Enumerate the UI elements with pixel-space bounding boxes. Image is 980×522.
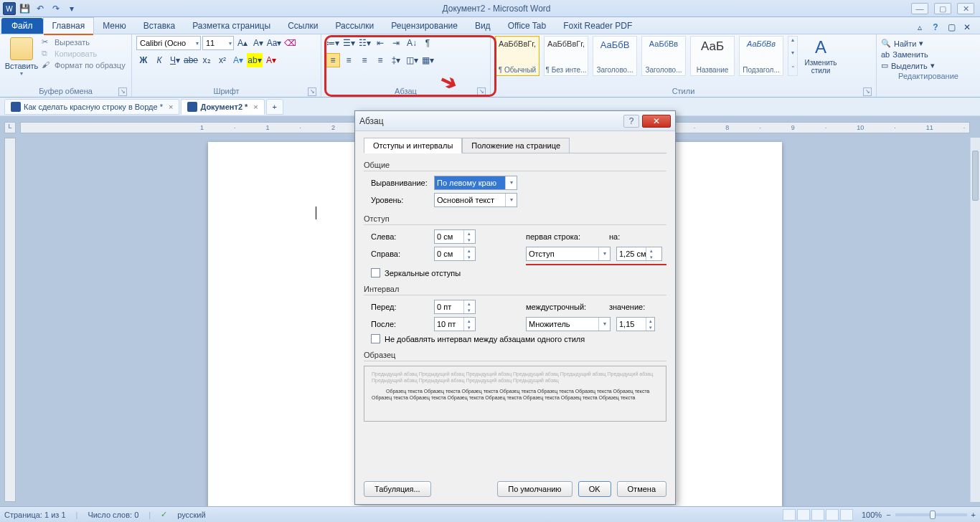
style-subtitle[interactable]: АаБбВвПодзагол... xyxy=(739,36,783,76)
tab-layout[interactable]: Разметка страницы xyxy=(184,18,279,34)
view-draft-icon[interactable] xyxy=(840,509,853,521)
line-spacing-icon[interactable]: ‡▾ xyxy=(389,53,403,67)
scrollbar-thumb[interactable] xyxy=(972,151,979,201)
shading-icon[interactable]: ◫▾ xyxy=(405,53,419,67)
firstline-value-spinner[interactable]: ▴▾ xyxy=(616,247,662,261)
multilevel-icon[interactable]: ☷▾ xyxy=(357,36,372,50)
tab-references[interactable]: Ссылки xyxy=(279,18,326,34)
dlg-tab-position[interactable]: Положение на странице xyxy=(462,138,570,153)
italic-icon[interactable]: К xyxy=(152,53,166,67)
style-nospacing[interactable]: АаБбВвГг,¶ Без инте... xyxy=(544,36,588,76)
status-zoom[interactable]: 100% xyxy=(862,511,882,519)
before-spinner[interactable]: ▴▾ xyxy=(434,300,476,314)
styles-expand-icon[interactable]: ⌄ xyxy=(788,62,797,75)
styles-launcher-icon[interactable]: ↘ xyxy=(863,87,872,96)
status-lang[interactable]: русский xyxy=(177,511,205,519)
right-spinner[interactable]: ▴▾ xyxy=(434,247,476,261)
sort-icon[interactable]: A↓ xyxy=(405,36,419,50)
text-effects-icon[interactable]: A▾ xyxy=(231,53,245,67)
view-web-icon[interactable] xyxy=(811,509,824,521)
status-words[interactable]: Число слов: 0 xyxy=(88,511,138,519)
qat-dropdown-icon[interactable]: ▾ xyxy=(65,2,79,15)
replace-button[interactable]: abЗаменить xyxy=(881,50,976,59)
change-case-icon[interactable]: Aa▾ xyxy=(267,36,281,50)
new-tab-button[interactable]: + xyxy=(266,99,283,115)
align-center-icon[interactable]: ≡ xyxy=(341,53,356,67)
vertical-scrollbar[interactable] xyxy=(970,138,980,502)
undo-icon[interactable]: ↶ xyxy=(33,2,47,15)
tab-foxit[interactable]: Foxit Reader PDF xyxy=(555,18,641,34)
font-size-combo[interactable]: 11▾ xyxy=(202,36,234,50)
highlight-icon[interactable]: ab▾ xyxy=(247,53,263,67)
mirror-checkbox[interactable] xyxy=(371,268,380,277)
style-heading1[interactable]: АаБбВЗаголово... xyxy=(593,36,637,76)
show-marks-icon[interactable]: ¶ xyxy=(420,36,435,50)
file-tab[interactable]: Файл xyxy=(1,18,43,34)
clipboard-launcher-icon[interactable]: ↘ xyxy=(118,87,127,96)
redo-icon[interactable]: ↷ xyxy=(49,2,63,15)
style-heading2[interactable]: АаБбВвЗаголово... xyxy=(641,36,686,76)
close-doc-icon[interactable]: ✕ xyxy=(961,22,973,34)
paste-button[interactable]: Вставить ▾ xyxy=(4,36,39,77)
doctab-0[interactable]: Как сделать красную строку в Ворде *× xyxy=(4,99,179,115)
format-painter-button[interactable]: 🖌Формат по образцу xyxy=(42,60,126,70)
tab-menu[interactable]: Меню xyxy=(94,18,134,34)
spellcheck-icon[interactable]: ✓ xyxy=(161,510,167,519)
minimize-ribbon-icon[interactable]: ▵ xyxy=(914,22,925,34)
select-button[interactable]: ▭Выделить ▾ xyxy=(881,61,976,70)
styles-scroll-down-icon[interactable]: ▾ xyxy=(788,49,797,62)
tab-home[interactable]: Главная xyxy=(43,17,95,34)
change-styles-button[interactable]: A Изменить стили xyxy=(801,36,841,75)
dialog-titlebar[interactable]: Абзац ? ✕ xyxy=(355,111,675,131)
font-color-icon[interactable]: A▾ xyxy=(264,53,278,67)
style-normal[interactable]: АаБбВвГг,¶ Обычный xyxy=(495,36,540,76)
doctab-1[interactable]: Документ2 *× xyxy=(181,99,264,115)
minimize-icon[interactable]: — xyxy=(911,3,928,14)
close-icon[interactable]: ✕ xyxy=(957,3,974,14)
cancel-button[interactable]: Отмена xyxy=(617,481,666,497)
close-tab-icon[interactable]: × xyxy=(253,103,258,111)
cut-button[interactable]: ✂Вырезать xyxy=(42,37,126,47)
save-icon[interactable]: 💾 xyxy=(17,2,32,15)
strike-icon[interactable]: abe xyxy=(184,53,198,67)
tab-insert[interactable]: Вставка xyxy=(135,18,184,34)
increase-indent-icon[interactable]: ⇥ xyxy=(389,36,403,50)
view-outline-icon[interactable] xyxy=(826,509,839,521)
close-tab-icon[interactable]: × xyxy=(169,103,173,111)
align-dropdown[interactable]: По левому краю▾ xyxy=(434,176,517,190)
window-state-icon[interactable]: ▢ xyxy=(946,22,957,34)
zoom-thumb[interactable] xyxy=(930,511,936,519)
find-button[interactable]: 🔍Найти ▾ xyxy=(881,39,976,48)
bullets-icon[interactable]: ≔▾ xyxy=(326,36,340,50)
style-title[interactable]: АаБНазвание xyxy=(690,36,735,76)
subscript-icon[interactable]: x₂ xyxy=(199,53,214,67)
styles-scroll-up-icon[interactable]: ▴ xyxy=(788,37,797,49)
copy-button[interactable]: ⧉Копировать xyxy=(42,49,126,59)
tab-office[interactable]: Office Tab xyxy=(499,18,555,34)
firstline-dropdown[interactable]: Отступ▾ xyxy=(526,247,611,261)
align-right-icon[interactable]: ≡ xyxy=(357,53,372,67)
maximize-icon[interactable]: ▢ xyxy=(934,3,951,14)
paragraph-launcher-icon[interactable]: ↘ xyxy=(477,87,486,96)
tabulation-button[interactable]: Табуляция... xyxy=(364,481,431,497)
left-spinner[interactable]: ▴▾ xyxy=(434,229,476,244)
view-print-icon[interactable] xyxy=(783,509,796,521)
tab-view[interactable]: Вид xyxy=(466,18,499,34)
linespacing-value-spinner[interactable]: ▴▾ xyxy=(616,317,655,331)
font-launcher-icon[interactable]: ↘ xyxy=(308,87,316,96)
clear-format-icon[interactable]: ⌫ xyxy=(283,36,297,50)
zoom-out-icon[interactable]: − xyxy=(886,511,890,519)
after-spinner[interactable]: ▴▾ xyxy=(434,317,476,331)
tab-mailings[interactable]: Рассылки xyxy=(326,18,382,34)
shrink-font-icon[interactable]: A▾ xyxy=(251,36,265,50)
zoom-slider[interactable] xyxy=(895,513,967,516)
font-name-combo[interactable]: Calibri (Осно▾ xyxy=(136,36,201,50)
dlg-tab-indents[interactable]: Отступы и интервалы xyxy=(364,138,462,153)
decrease-indent-icon[interactable]: ⇤ xyxy=(373,36,387,50)
view-read-icon[interactable] xyxy=(797,509,810,521)
linespacing-dropdown[interactable]: Множитель▾ xyxy=(526,317,611,331)
zoom-in-icon[interactable]: + xyxy=(971,511,976,519)
default-button[interactable]: По умолчанию xyxy=(497,481,572,497)
bold-icon[interactable]: Ж xyxy=(136,53,151,67)
superscript-icon[interactable]: x² xyxy=(215,53,230,67)
